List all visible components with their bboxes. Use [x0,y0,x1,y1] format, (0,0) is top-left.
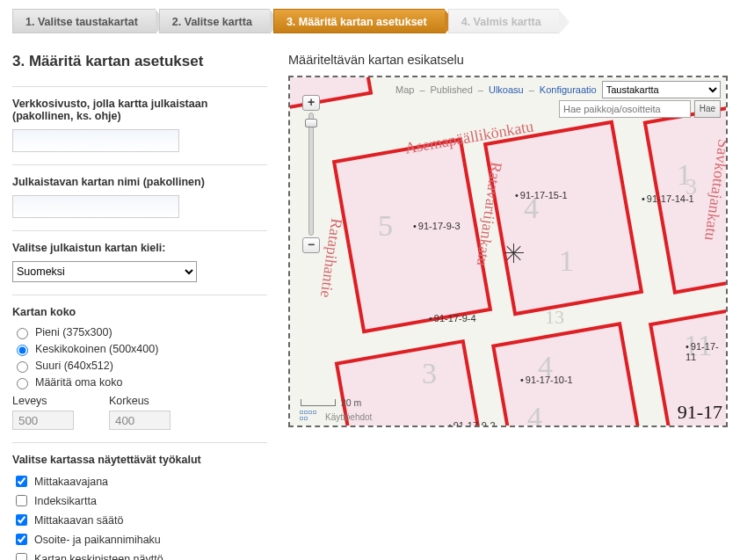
tool-label-center: Kartan keskipisteen näyttö [34,553,163,561]
topbar-map: Map [395,84,414,95]
step-2[interactable]: 2. Valitse kartta [159,9,270,33]
width-label: Leveys [12,395,74,407]
zoom-handle[interactable] [305,119,317,127]
size-opt-small: Pieni (375x300) [35,326,112,338]
size-radio-custom[interactable] [17,378,28,389]
zoom-out-button[interactable]: − [302,237,320,253]
map-search: Hae [559,100,721,118]
topbar-published: Published [431,84,473,95]
layer-select[interactable]: Taustakartta [602,81,721,98]
tools-label: Valitse kartassa näytettävät työkalut [12,454,267,466]
language-select[interactable]: Suomeksi [12,261,197,282]
topbar-ulkoasu-link[interactable]: Ulkoasu [489,84,524,95]
zoom-track[interactable] [308,113,314,236]
mapname-label: Julkaistavan kartan nimi (pakollinen) [12,176,267,188]
website-section: Verkkosivusto, jolla kartta julkaistaan … [12,86,267,164]
block-number: 3 [422,357,437,390]
step-1[interactable]: 1. Valitse taustakartat [12,9,156,33]
plot-label: 91-17-9-4 [429,313,476,324]
tool-check-search[interactable] [16,534,27,545]
step-3-active[interactable]: 3. Määritä kartan asetukset [273,9,445,33]
size-section: Kartan koko Pieni (375x300) Keskikokoine… [12,295,267,442]
size-label: Kartan koko [12,306,267,318]
tool-check-indexmap[interactable] [16,495,27,506]
wizard-steps: 1. Valitse taustakartat 2. Valitse kartt… [12,9,728,33]
mapname-section: Julkaistavan kartan nimi (pakollinen) [12,164,267,230]
zoom-in-button[interactable]: + [302,95,320,111]
settings-panel: 3. Määritä kartan asetukset Verkkosivust… [12,53,267,560]
zoom-control[interactable]: + − [302,95,320,253]
crosshair-icon [504,244,524,263]
tool-label-indexmap: Indeksikartta [34,495,97,507]
size-opt-medium: Keskikokoinen (500x400) [35,343,158,355]
size-radio-medium[interactable] [17,345,28,356]
block-number: 13 [545,306,564,329]
tool-label-search: Osoite- ja paikannimihaku [34,534,161,546]
website-input[interactable] [12,129,179,152]
block-number: 4 [527,401,542,427]
height-label: Korkeus [109,395,170,407]
website-label: Verkkosivusto, jolla kartta julkaistaan … [12,98,267,122]
topbar-konfig-link[interactable]: Konfiguraatio [540,84,597,95]
tool-check-center[interactable] [16,553,27,560]
width-input [12,411,74,430]
mapname-input[interactable] [12,195,179,218]
preview-panel: Määriteltävän kartan esikatselu Asemapää… [288,53,728,560]
map-topbar: Map– Published– Ulkoasu– Konfiguraatio T… [395,81,721,98]
size-radio-large[interactable] [17,361,28,373]
tool-label-zoom: Mittakaavan säätö [34,514,123,527]
height-input [109,411,170,430]
plot-label: 91-17-14-1 [642,193,694,204]
scale-bar: 20 m [301,397,361,408]
size-opt-custom: Määritä oma koko [35,376,122,389]
block-number: 5 [378,209,393,243]
size-radio-small[interactable] [17,328,28,339]
plot-label: 91-17-9-3 [413,221,461,231]
tool-check-zoom[interactable] [16,514,27,526]
language-label: Valitse julkaistun kartan kieli: [12,242,267,254]
search-input[interactable] [559,100,691,118]
layers-icon[interactable] [299,410,320,422]
tool-check-scalebar[interactable] [16,476,27,487]
plot-label: 91-17-9-2 [448,420,496,427]
plot-label: 91-17-10-1 [520,375,573,385]
preview-title: Määriteltävän kartan esikatselu [288,53,728,67]
tool-label-scalebar: Mittakaavajana [34,476,108,488]
map-preview[interactable]: Asemapäällikönkatu Ratapihantie Ratavart… [288,76,728,427]
search-button[interactable]: Hae [694,100,721,118]
size-opt-large: Suuri (640x512) [35,360,113,372]
tools-section: Valitse kartassa näytettävät työkalut Mi… [12,442,267,560]
language-section: Valitse julkaistun kartan kieli: Suomeks… [12,230,267,295]
corner-code: 91-17 [678,401,722,424]
block-number: 1 [559,244,574,278]
scale-box-icon [301,399,336,406]
panel-heading: 3. Määritä kartan asetukset [12,53,267,70]
plot-label: 91-17-11 [686,341,726,362]
terms-link[interactable]: Käyttöehdot [325,412,372,422]
plot-label: 91-17-15-1 [515,190,568,200]
step-4-disabled: 4. Valmis kartta [448,9,559,33]
scale-text: 20 m [341,397,361,408]
